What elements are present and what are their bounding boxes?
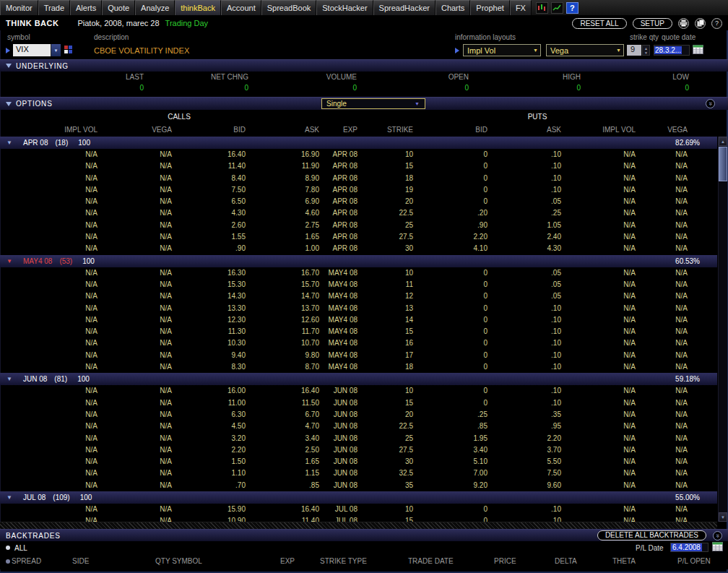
symbol-dropdown-icon[interactable]: ▼ [51,44,61,56]
underlying-section-bar[interactable]: UNDERLYING [0,59,728,72]
collapse-options-button[interactable]: » [706,99,715,108]
option-row[interactable]: N/AN/A16.3016.70MAY4 08100.05N/AN/A [0,267,717,279]
expiry-label: JUL 08 [23,491,46,504]
menu-tab-thinkback[interactable]: thinkBack [175,0,221,15]
scroll-up-button[interactable]: ▲ [719,137,727,146]
option-row[interactable]: N/AN/A8.408.90APR 08180.10N/AN/A [0,173,717,184]
option-cell-bid: 7.00 [417,468,491,479]
collapse-arrow-icon[interactable] [6,64,12,68]
layout-dropdown-1[interactable]: Impl Vol ▼ [463,44,541,56]
option-row[interactable]: N/AN/A4.304.60APR 0822.5.20.25N/AN/A [0,207,717,219]
option-row[interactable]: N/AN/A1.501.65JUN 08305.105.50N/AN/A [0,456,717,468]
option-row[interactable]: N/AN/A6.306.70JUN 0820.25.35N/AN/A [0,409,717,421]
option-row[interactable]: N/AN/A16.4016.90APR 08100.10N/AN/A [0,149,717,160]
option-row[interactable]: N/AN/A15.9016.40JUL 08100.10N/AN/A [0,504,717,515]
option-row[interactable]: N/AN/A.901.00APR 08304.104.30N/AN/A [0,243,717,254]
option-row[interactable]: N/AN/A13.3013.70MAY4 08130.10N/AN/A [0,303,717,314]
option-cell-vega: N/A [639,267,691,279]
option-row[interactable]: N/AN/A10.9011.40JUL 08150.10N/AN/A [0,515,717,522]
option-cell-impl-vol: N/A [565,314,639,326]
layout-dropdown-2[interactable]: Vega ▼ [546,44,624,56]
menu-tab-account[interactable]: Account [221,0,261,15]
option-row[interactable]: N/AN/A.70.85JUN 08359.209.60N/AN/A [0,480,717,491]
expiry-group-apr-08[interactable]: ▼APR 08(18)10082.69% [0,137,717,149]
option-row[interactable]: N/AN/A11.3011.70MAY4 08150.10N/AN/A [0,326,717,337]
expiry-group-may4-08[interactable]: ▼MAY4 08(53)10060.53% [0,255,717,267]
vertical-scrollbar[interactable]: ▲ ▼ [718,137,727,522]
option-row[interactable]: N/AN/A9.409.80MAY4 08170.10N/AN/A [0,350,717,361]
line-chart-icon[interactable] [551,2,563,14]
candlestick-chart-icon[interactable] [536,2,548,14]
delete-all-backtrades-button[interactable]: DELETE ALL BACKTRADES [597,530,706,540]
option-cell-ask: .25 [491,207,565,219]
backtrades-all-row[interactable]: ALL P/L Date 6.4.2008 [0,541,728,554]
setup-button[interactable]: SETUP [633,18,672,29]
option-row[interactable]: N/AN/A10.3010.70MAY4 08160.10N/AN/A [0,337,717,349]
scrollbar-thumb[interactable] [719,147,727,181]
dropdown-arrow-icon: ▼ [415,101,425,106]
option-row[interactable]: N/AN/A6.506.90APR 08200.05N/AN/A [0,196,717,207]
option-cell-bid: .90 [417,220,491,231]
spread-type-dropdown[interactable]: Single ▼ [321,98,425,109]
expiry-group-jul-08[interactable]: ▼JUL 08(109)10055.00% [0,491,717,504]
option-row[interactable]: N/AN/A7.507.80APR 08190.10N/AN/A [0,184,717,196]
menu-tab-spreadbook[interactable]: SpreadBook [261,0,317,15]
collapse-arrow-icon[interactable]: ▼ [0,491,19,504]
reset-all-button[interactable]: RESET ALL [572,18,626,29]
scrollbar-track[interactable] [719,146,727,512]
menu-tab-prophet[interactable]: Prophet [470,0,510,15]
symbol-link-icon[interactable] [64,46,72,55]
expiry-group-jun-08[interactable]: ▼JUN 08(81)10059.18% [0,373,717,385]
menu-tab-charts[interactable]: Charts [436,0,470,15]
menu-tab-quote[interactable]: Quote [102,0,135,15]
option-row[interactable]: N/AN/A3.203.40JUN 08251.952.20N/AN/A [0,433,717,444]
symbol-arrow-icon [6,48,10,53]
collapse-arrow-icon[interactable]: ▼ [0,255,19,267]
backtrades-title: BACKTRADES [6,532,61,540]
option-row[interactable]: N/AN/A16.0016.40JUN 08100.10N/AN/A [0,385,717,397]
collapse-arrow-icon[interactable]: ▼ [0,373,19,385]
menu-tab-alerts[interactable]: Alerts [70,0,102,15]
scroll-down-button[interactable]: ▼ [719,512,727,522]
quote-date-input[interactable]: 28.3.2... [654,45,690,56]
collapse-arrow-icon[interactable]: ▼ [0,137,19,149]
option-row[interactable]: N/AN/A4.504.70JUN 0822.5.85.95N/AN/A [0,421,717,432]
horizontal-scrollbar[interactable] [0,522,717,529]
option-row[interactable]: N/AN/A12.3012.60MAY4 08140.10N/AN/A [0,314,717,326]
menu-tab-fx[interactable]: FX [510,0,532,15]
option-row[interactable]: N/AN/A8.308.70MAY4 08180.10N/AN/A [0,361,717,373]
option-cell-strike: 18 [361,173,417,184]
menu-tab-stockhacker[interactable]: StockHacker [316,0,373,15]
pl-date-calendar-icon[interactable] [712,542,723,553]
option-row[interactable]: N/AN/A11.4011.90APR 08150.10N/AN/A [0,160,717,172]
symbol-input[interactable]: VIX ▼ [13,44,61,56]
option-cell-ask: 11.50 [249,397,323,409]
option-row[interactable]: N/AN/A14.3014.70MAY4 08120.05N/AN/A [0,290,717,302]
help-circle-icon[interactable]: ? [711,18,722,29]
calendar-icon[interactable] [693,45,703,56]
menu-tab-monitor[interactable]: Monitor [0,0,38,15]
expiry-label: APR 08 [23,137,48,149]
menu-tab-analyze[interactable]: Analyze [135,0,175,15]
option-cell-vega: N/A [101,314,176,326]
option-row[interactable]: N/AN/A2.602.75APR 0825.901.05N/AN/A [0,220,717,231]
option-row[interactable]: N/AN/A2.202.50JUN 0827.53.403.70N/AN/A [0,444,717,456]
option-row[interactable]: N/AN/A15.3015.70MAY4 08110.05N/AN/A [0,279,717,290]
menu-tab-trade[interactable]: Trade [38,0,70,15]
options-section-bar[interactable]: OPTIONS Single ▼ » [0,97,728,110]
print-icon[interactable] [678,18,689,29]
option-row[interactable]: N/AN/A1.101.15JUN 0832.57.007.50N/AN/A [0,468,717,479]
collapse-backtrades-button[interactable]: » [713,531,722,540]
pl-date-input[interactable]: 6.4.2008 [670,543,708,552]
help-icon[interactable]: ? [566,2,578,14]
strike-qty-label: strike qty [630,33,659,41]
collapse-arrow-icon[interactable] [6,102,12,106]
option-row[interactable]: N/AN/A11.0011.50JUN 08150.10N/AN/A [0,397,717,409]
strike-qty-stepper[interactable]: ▲▼ [642,45,650,56]
option-row[interactable]: N/AN/A1.551.65APR 0827.52.202.40N/AN/A [0,231,717,243]
option-cell-bid: 0 [417,290,491,302]
strike-qty-input[interactable]: 9 [627,45,641,56]
copy-page-icon[interactable] [695,18,706,29]
menu-tab-spreadhacker[interactable]: SpreadHacker [373,0,436,15]
backtrades-section-bar[interactable]: BACKTRADES DELETE ALL BACKTRADES » [0,529,728,541]
